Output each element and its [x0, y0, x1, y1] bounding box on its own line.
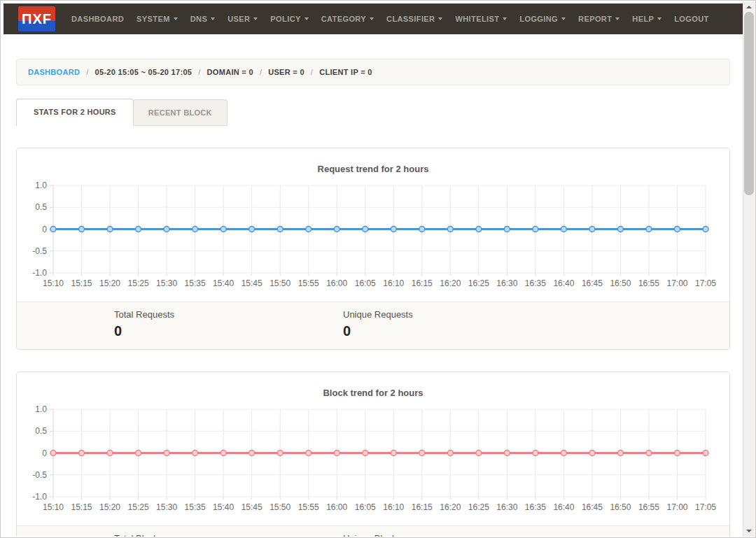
stat-value: 0: [114, 323, 343, 339]
nav-item-label: REPORT: [578, 15, 612, 23]
stat-unique-requests: Unique Requests0: [343, 309, 572, 339]
caret-down-icon: [503, 17, 507, 20]
svg-text:15:50: 15:50: [270, 278, 290, 288]
vertical-scrollbar[interactable]: [743, 1, 755, 537]
block-stats-strip: Total BlocksUnique Blocks: [17, 525, 729, 537]
scroll-up-button[interactable]: [743, 1, 755, 12]
tab-recent-block[interactable]: RECENT BLOCK: [133, 99, 227, 126]
svg-text:15:55: 15:55: [298, 278, 319, 288]
nav-item-logout[interactable]: LOGOUT: [668, 10, 715, 27]
caret-down-icon: [174, 17, 178, 20]
nav-item-label: WHITELIST: [455, 15, 499, 23]
scrollbar-thumb[interactable]: [744, 12, 754, 195]
nav-item-dashboard[interactable]: DASHBOARD: [65, 10, 130, 27]
svg-text:17:05: 17:05: [695, 502, 716, 512]
svg-text:16:10: 16:10: [383, 502, 404, 512]
breadcrumb-link[interactable]: DASHBOARD: [28, 68, 80, 76]
svg-text:16:00: 16:00: [326, 502, 347, 512]
request-trend-chart: 15:1015:1515:2015:2515:3015:3515:4015:45…: [17, 177, 729, 290]
nav-item-system[interactable]: SYSTEM: [130, 10, 184, 27]
request-trend-card: Request trend for 2 hours 15:1015:1515:2…: [16, 148, 730, 350]
svg-text:15:55: 15:55: [298, 502, 319, 512]
breadcrumb-separator: /: [198, 68, 200, 76]
nav-item-classifier[interactable]: CLASSIFIER: [380, 10, 449, 27]
scroll-down-button[interactable]: [743, 526, 755, 537]
request-chart-section: Request trend for 2 hours 15:1015:1515:2…: [17, 148, 729, 302]
svg-text:-0.5: -0.5: [32, 470, 47, 480]
nav-item-help[interactable]: HELP: [626, 10, 668, 27]
caret-down-icon: [438, 17, 442, 20]
svg-text:16:15: 16:15: [412, 502, 433, 512]
nav-menu: DASHBOARDSYSTEMDNSUSERPOLICYCATEGORYCLAS…: [65, 10, 715, 27]
svg-text:16:40: 16:40: [553, 502, 574, 512]
stat-total-blocks: Total Blocks: [114, 533, 343, 537]
block-chart-section: Block trend for 2 hours 15:1015:1515:201…: [17, 372, 729, 525]
caret-down-icon: [561, 17, 566, 20]
nav-item-dns[interactable]: DNS: [184, 10, 221, 27]
stat-total-requests: Total Requests0: [114, 309, 343, 339]
stat-value: 0: [343, 323, 572, 339]
svg-text:15:35: 15:35: [185, 502, 206, 512]
svg-text:1.0: 1.0: [35, 404, 47, 414]
nav-item-category[interactable]: CATEGORY: [315, 10, 380, 27]
scroll-up-icon: [746, 6, 752, 8]
svg-text:-1.0: -1.0: [32, 492, 47, 502]
svg-text:15:35: 15:35: [185, 278, 206, 288]
svg-text:16:30: 16:30: [496, 502, 517, 512]
svg-text:16:35: 16:35: [525, 278, 546, 288]
svg-text:1.0: 1.0: [35, 180, 47, 190]
caret-down-icon: [657, 17, 662, 20]
svg-text:0.5: 0.5: [35, 202, 47, 212]
svg-text:17:05: 17:05: [695, 278, 716, 288]
svg-text:15:45: 15:45: [241, 502, 262, 512]
svg-text:15:45: 15:45: [241, 278, 262, 288]
breadcrumb-separator: /: [260, 68, 262, 76]
scroll-down-icon: [746, 530, 752, 532]
main-area: DASHBOARD/05-20 15:05 ~ 05-20 17:05/DOMA…: [4, 59, 743, 537]
svg-text:15:50: 15:50: [270, 502, 290, 512]
block-trend-chart: 15:1015:1515:2015:2515:3015:3515:4015:45…: [17, 401, 729, 514]
nav-item-whitelist[interactable]: WHITELIST: [449, 10, 513, 27]
block-trend-card: Block trend for 2 hours 15:1015:1515:201…: [16, 371, 730, 537]
svg-text:16:20: 16:20: [440, 502, 461, 512]
breadcrumb-separator: /: [311, 68, 313, 76]
svg-text:15:15: 15:15: [71, 278, 92, 288]
svg-text:15:25: 15:25: [128, 278, 149, 288]
caret-down-icon: [615, 17, 620, 20]
top-navbar: ΠXF DASHBOARDSYSTEMDNSUSERPOLICYCATEGORY…: [4, 3, 743, 34]
svg-text:16:35: 16:35: [525, 502, 546, 512]
request-stats-strip: Total Requests0Unique Requests0: [17, 302, 729, 349]
svg-text:15:40: 15:40: [213, 278, 234, 288]
svg-text:15:20: 15:20: [99, 278, 120, 288]
nav-item-user[interactable]: USER: [221, 10, 264, 27]
nav-item-label: DNS: [190, 15, 207, 23]
svg-text:15:40: 15:40: [213, 502, 234, 512]
nav-item-label: USER: [227, 15, 250, 23]
nav-item-logging[interactable]: LOGGING: [513, 10, 572, 27]
svg-text:0: 0: [42, 225, 47, 234]
breadcrumb-item: USER = 0: [268, 68, 304, 76]
svg-text:16:10: 16:10: [383, 278, 404, 288]
svg-text:17:00: 17:00: [666, 502, 687, 512]
nav-item-label: CATEGORY: [321, 15, 366, 23]
nav-item-label: DASHBOARD: [71, 15, 124, 23]
svg-text:17:00: 17:00: [666, 278, 687, 288]
nav-item-report[interactable]: REPORT: [572, 10, 626, 27]
browser-page: ΠXF DASHBOARDSYSTEMDNSUSERPOLICYCATEGORY…: [0, 0, 756, 538]
nav-item-label: POLICY: [270, 15, 300, 23]
tab-stats-for-2-hours[interactable]: STATS FOR 2 HOURS: [16, 99, 134, 126]
svg-text:16:55: 16:55: [638, 278, 659, 288]
nav-item-label: LOGGING: [519, 15, 558, 23]
svg-text:16:15: 16:15: [412, 278, 433, 288]
nav-item-policy[interactable]: POLICY: [264, 10, 314, 27]
svg-text:15:20: 15:20: [99, 502, 120, 512]
app-logo[interactable]: ΠXF: [18, 6, 55, 31]
svg-text:16:00: 16:00: [326, 278, 347, 288]
stat-unique-blocks: Unique Blocks: [343, 533, 572, 537]
breadcrumb-separator: /: [86, 68, 88, 76]
stat-label: Total Requests: [114, 309, 343, 320]
svg-text:16:25: 16:25: [468, 278, 489, 288]
page-content: ΠXF DASHBOARDSYSTEMDNSUSERPOLICYCATEGORY…: [1, 1, 743, 537]
block-chart-title: Block trend for 2 hours: [17, 388, 729, 398]
svg-text:15:10: 15:10: [43, 278, 64, 288]
